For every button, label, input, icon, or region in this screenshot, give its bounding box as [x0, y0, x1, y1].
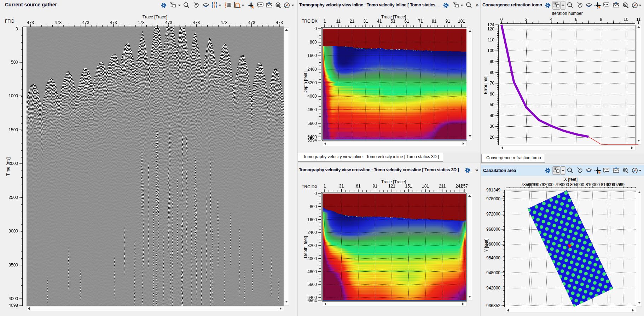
- svg-text:30: 30: [490, 124, 495, 129]
- svg-text:1: 1: [324, 184, 326, 189]
- svg-text:972000: 972000: [486, 212, 500, 217]
- svg-text:3200: 3200: [307, 80, 317, 85]
- svg-text:3200: 3200: [307, 243, 317, 248]
- svg-text:473: 473: [54, 20, 62, 25]
- svg-text:4: 4: [550, 17, 552, 22]
- svg-text:50: 50: [490, 102, 495, 107]
- svg-text:71: 71: [418, 19, 423, 24]
- svg-text:4800: 4800: [307, 269, 317, 274]
- svg-text:3500: 3500: [8, 263, 18, 268]
- svg-text:»: »: [475, 167, 478, 173]
- svg-text:80: 80: [490, 70, 495, 75]
- svg-text:1: 1: [324, 19, 326, 24]
- svg-text:2000: 2000: [8, 161, 18, 166]
- svg-text:110: 110: [488, 38, 494, 42]
- svg-text:942000: 942000: [486, 286, 500, 291]
- svg-text:1600: 1600: [307, 217, 317, 222]
- svg-text:20: 20: [490, 135, 495, 140]
- svg-text:41: 41: [377, 19, 382, 24]
- svg-text:11: 11: [336, 19, 341, 24]
- svg-text:70: 70: [490, 81, 495, 86]
- svg-text:10: 10: [623, 17, 628, 22]
- svg-text:91: 91: [373, 184, 378, 189]
- svg-text:1000: 1000: [8, 93, 18, 98]
- svg-text:2400: 2400: [307, 230, 317, 235]
- svg-text:6594: 6594: [307, 298, 317, 303]
- svg-text:61: 61: [405, 19, 410, 24]
- svg-text:786290: 786290: [525, 182, 539, 187]
- svg-text:5600: 5600: [307, 121, 317, 126]
- svg-text:91: 91: [446, 19, 451, 24]
- svg-text:21: 21: [350, 19, 355, 24]
- svg-text:966000: 966000: [486, 227, 500, 232]
- svg-text:6594: 6594: [307, 138, 317, 143]
- svg-text:257: 257: [461, 184, 468, 189]
- svg-text:4098: 4098: [8, 303, 18, 308]
- svg-text:804000: 804000: [570, 182, 584, 187]
- svg-text:»: »: [476, 2, 478, 8]
- svg-text:120: 120: [487, 27, 494, 31]
- svg-text:4000: 4000: [8, 296, 18, 301]
- svg-text:4000: 4000: [307, 94, 317, 99]
- svg-text:4000: 4000: [307, 256, 317, 261]
- svg-text:473: 473: [27, 20, 34, 25]
- svg-text:473: 473: [276, 20, 283, 25]
- svg-text:181: 181: [422, 184, 429, 189]
- svg-text:473: 473: [82, 20, 89, 25]
- svg-text:473: 473: [138, 20, 145, 25]
- svg-text:792000: 792000: [539, 182, 553, 187]
- svg-text:1500: 1500: [8, 127, 18, 132]
- svg-text:500: 500: [11, 60, 18, 65]
- svg-text:40: 40: [490, 113, 495, 118]
- svg-text:31: 31: [363, 19, 368, 24]
- svg-text:599: 599: [617, 182, 625, 187]
- svg-text:81: 81: [432, 19, 437, 24]
- svg-text:810000: 810000: [586, 182, 600, 187]
- svg-text:473: 473: [165, 20, 172, 25]
- svg-text:473: 473: [110, 20, 117, 25]
- svg-text:473: 473: [248, 20, 255, 25]
- svg-text:4800: 4800: [307, 107, 317, 112]
- svg-text:978000: 978000: [486, 196, 500, 201]
- svg-text:981349: 981349: [486, 188, 500, 193]
- svg-text:100: 100: [487, 48, 494, 53]
- svg-text:151: 151: [405, 184, 412, 189]
- svg-text:954000: 954000: [486, 255, 500, 260]
- svg-text:6: 6: [575, 17, 578, 22]
- svg-text:1600: 1600: [307, 53, 317, 58]
- svg-text:0: 0: [314, 26, 317, 31]
- svg-text:61: 61: [356, 184, 361, 189]
- svg-text:3000: 3000: [8, 229, 18, 234]
- svg-text:2400: 2400: [307, 67, 317, 72]
- svg-text:60: 60: [490, 92, 495, 97]
- svg-text:101: 101: [458, 19, 465, 24]
- svg-text:473: 473: [193, 20, 200, 25]
- svg-text:473: 473: [220, 20, 227, 25]
- svg-text:121: 121: [388, 184, 395, 189]
- svg-text:0: 0: [314, 191, 317, 196]
- svg-text:31: 31: [339, 184, 344, 189]
- svg-text:936352: 936352: [486, 303, 500, 308]
- svg-text:2500: 2500: [8, 195, 18, 200]
- svg-text:90: 90: [490, 59, 495, 64]
- svg-text:51: 51: [391, 19, 396, 24]
- svg-text:2: 2: [525, 17, 528, 22]
- svg-text:948000: 948000: [486, 270, 500, 275]
- svg-text:0: 0: [16, 27, 18, 31]
- svg-text:0: 0: [500, 17, 503, 22]
- svg-text:800: 800: [310, 204, 317, 209]
- svg-text:798000: 798000: [555, 182, 569, 187]
- svg-text:960000: 960000: [486, 242, 500, 247]
- svg-text:8: 8: [600, 17, 602, 22]
- svg-text:800: 800: [310, 40, 317, 45]
- svg-text:11: 11: [636, 17, 641, 22]
- svg-text:211: 211: [439, 184, 446, 189]
- svg-text:5600: 5600: [307, 282, 317, 287]
